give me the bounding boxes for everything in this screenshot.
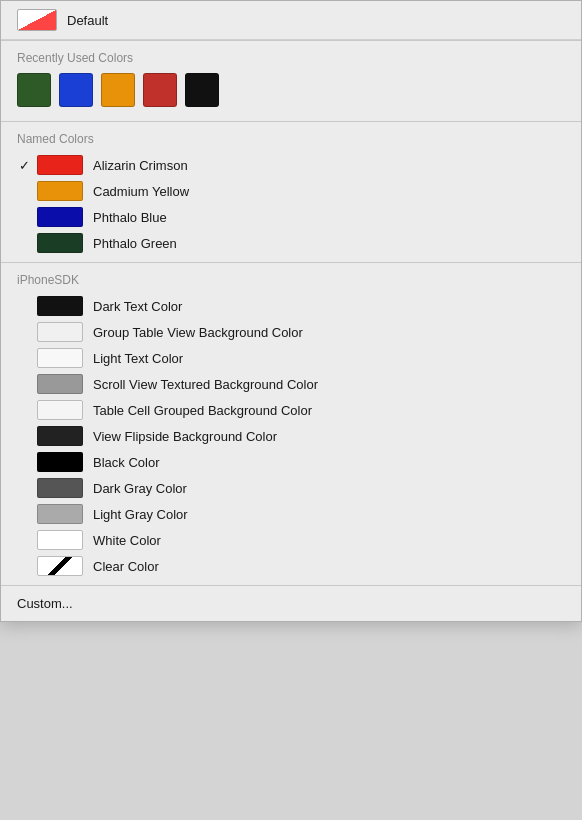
recently-used-section: Recently Used Colors xyxy=(1,41,581,121)
iphone-item-black[interactable]: Black Color xyxy=(1,449,581,475)
phthalo-blue-label: Phthalo Blue xyxy=(93,210,167,225)
recent-swatch-blue[interactable] xyxy=(59,73,93,107)
recently-used-title: Recently Used Colors xyxy=(17,51,565,65)
recent-swatch-black[interactable] xyxy=(185,73,219,107)
iphone-item-white[interactable]: White Color xyxy=(1,527,581,553)
named-color-item-cadmium[interactable]: Cadmium Yellow xyxy=(1,178,581,204)
phthalo-green-label: Phthalo Green xyxy=(93,236,177,251)
phthalo-blue-swatch xyxy=(37,207,83,227)
phthalo-green-swatch xyxy=(37,233,83,253)
iphone-item-light-gray[interactable]: Light Gray Color xyxy=(1,501,581,527)
iphone-item-view-flipside[interactable]: View Flipside Background Color xyxy=(1,423,581,449)
color-picker-panel: Default Recently Used Colors Named Color… xyxy=(0,0,582,622)
light-text-swatch xyxy=(37,348,83,368)
alizarin-label: Alizarin Crimson xyxy=(93,158,188,173)
clear-label: Clear Color xyxy=(93,559,159,574)
dark-text-swatch xyxy=(37,296,83,316)
scroll-bg-swatch xyxy=(37,374,83,394)
iphone-item-dark-text[interactable]: Dark Text Color xyxy=(1,293,581,319)
clear-swatch xyxy=(37,556,83,576)
group-bg-swatch xyxy=(37,322,83,342)
dark-gray-swatch xyxy=(37,478,83,498)
default-label: Default xyxy=(67,13,108,28)
dark-gray-label: Dark Gray Color xyxy=(93,481,187,496)
white-swatch xyxy=(37,530,83,550)
iphone-item-dark-gray[interactable]: Dark Gray Color xyxy=(1,475,581,501)
iphone-item-table-cell[interactable]: Table Cell Grouped Background Color xyxy=(1,397,581,423)
iphone-item-clear[interactable]: Clear Color xyxy=(1,553,581,579)
light-gray-swatch xyxy=(37,504,83,524)
white-label: White Color xyxy=(93,533,161,548)
swatches-row xyxy=(17,73,565,107)
iphone-sdk-section: iPhoneSDK Dark Text Color Group Table Vi… xyxy=(1,263,581,585)
named-color-item-phthalo-green[interactable]: Phthalo Green xyxy=(1,230,581,256)
light-text-label: Light Text Color xyxy=(93,351,183,366)
named-color-item-phthalo-blue[interactable]: Phthalo Blue xyxy=(1,204,581,230)
black-color-label: Black Color xyxy=(93,455,159,470)
recent-swatch-dark-green[interactable] xyxy=(17,73,51,107)
iphone-item-light-text[interactable]: Light Text Color xyxy=(1,345,581,371)
view-flipside-label: View Flipside Background Color xyxy=(93,429,277,444)
iphone-sdk-title: iPhoneSDK xyxy=(1,273,581,287)
named-colors-section: Named Colors Alizarin Crimson Cadmium Ye… xyxy=(1,122,581,262)
alizarin-swatch xyxy=(37,155,83,175)
group-bg-label: Group Table View Background Color xyxy=(93,325,303,340)
named-colors-title: Named Colors xyxy=(1,132,581,146)
dark-text-label: Dark Text Color xyxy=(93,299,182,314)
cadmium-label: Cadmium Yellow xyxy=(93,184,189,199)
black-color-swatch xyxy=(37,452,83,472)
recent-swatch-orange[interactable] xyxy=(101,73,135,107)
view-flipside-swatch xyxy=(37,426,83,446)
default-row[interactable]: Default xyxy=(1,1,581,40)
custom-label: Custom... xyxy=(17,596,73,611)
iphone-item-group-bg[interactable]: Group Table View Background Color xyxy=(1,319,581,345)
cadmium-swatch xyxy=(37,181,83,201)
default-swatch xyxy=(17,9,57,31)
custom-row[interactable]: Custom... xyxy=(1,585,581,621)
recent-swatch-red[interactable] xyxy=(143,73,177,107)
light-gray-label: Light Gray Color xyxy=(93,507,188,522)
scroll-bg-label: Scroll View Textured Background Color xyxy=(93,377,318,392)
named-color-item-alizarin[interactable]: Alizarin Crimson xyxy=(1,152,581,178)
table-cell-label: Table Cell Grouped Background Color xyxy=(93,403,312,418)
iphone-item-scroll-bg[interactable]: Scroll View Textured Background Color xyxy=(1,371,581,397)
table-cell-swatch xyxy=(37,400,83,420)
